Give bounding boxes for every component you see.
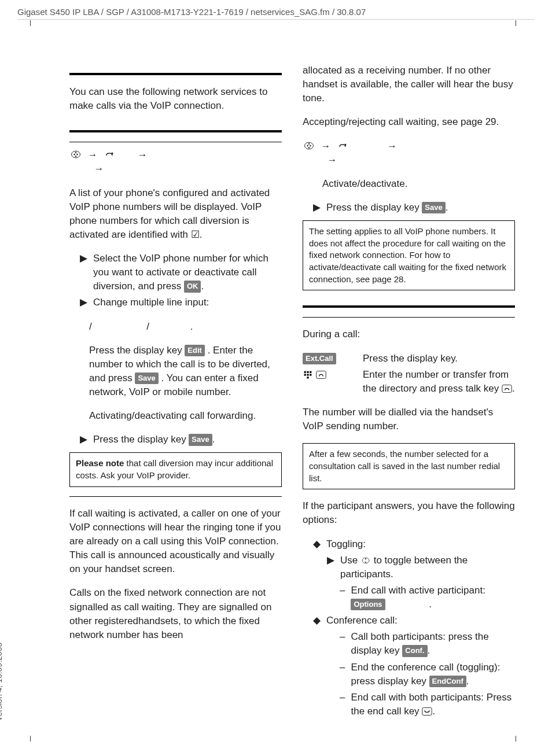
activate-deactivate-text: Activate/deactivate. [303,177,515,191]
left-column: You can use the following network servic… [69,64,282,721]
diamond-bullet-icon: ◆ [313,537,321,551]
configured-numbers-text: A list of your phone's configured and ac… [69,186,282,242]
note-label: Please note [76,458,124,468]
extcall-body: Press the display key. [363,352,458,366]
svg-rect-3 [307,371,308,373]
ok-key: OK [184,281,201,292]
fixed-network-paragraph: Calls on the fixed network connection ar… [69,586,282,642]
svg-rect-8 [307,377,308,378]
end-call-key-icon [422,707,432,716]
intro-text: You can use the following network servic… [69,85,282,113]
toggle-text-1: Use [340,555,360,566]
bullet-arrow-icon: ▶ [313,201,321,215]
svg-rect-6 [307,374,308,375]
page-body: You can use the following network servic… [69,64,515,721]
info-box-2: After a few seconds, the number selected… [303,443,515,489]
dash-bullet-icon: – [340,661,345,674]
nav-key-icon [69,149,82,160]
svg-rect-5 [304,374,306,375]
menu-sequence: → → → [69,148,282,176]
step-select-number: Select the VoIP phone number for which y… [93,253,268,292]
extcall-key: Ext.Call [303,353,336,364]
services-icon [336,140,349,152]
talk-key-icon [502,384,512,393]
bullet-arrow-icon: ▶ [80,433,87,447]
step-change-input: Change multiple line input: [93,296,209,309]
nav-key-icon [303,140,315,152]
info-box-1: The setting applies to all VoIP phone nu… [303,220,515,290]
services-icon [103,149,116,160]
call-waiting-paragraph: If call waiting is activated, a caller o… [69,507,282,577]
menu-sequence-2: → → → [303,139,515,167]
note-box: Please note that call diversion may incu… [69,452,282,486]
svg-rect-2 [304,371,306,373]
bullet-arrow-icon: ▶ [80,296,87,309]
number-dialled-text: The number will be dialled via the hands… [303,405,515,433]
version-text: Version 4, 16.09.2005 [0,643,3,721]
talk-key-icon [316,370,326,379]
dash-bullet-icon: – [340,691,345,705]
end-call-active: End call with active participant: [351,585,485,596]
slash-line: / / . [69,320,282,334]
options-key: Options [351,599,385,610]
bullet-arrow-icon: ▶ [327,554,334,567]
bullet-arrow-icon: ▶ [80,252,87,265]
act-deact-forwarding: Activating/deactivating call forwarding. [69,409,282,423]
dash-bullet-icon: – [340,584,345,598]
enter-number-text: Enter the number or transfer from the di… [363,369,509,394]
save-key: Save [189,434,212,445]
during-a-call: During a call: [303,327,515,341]
document-header: Gigaset S450 IP LBA / SGP / A31008-M1713… [17,7,535,20]
edit-key: Edit [185,345,205,356]
conference-label: Conference call: [326,614,398,628]
right-column: allocated as a receiving number. If no o… [303,64,515,721]
end-conf-text: End the conference call (toggling): pres… [351,662,500,687]
toggling-label: Toggling: [326,537,366,551]
nav-key-icon [360,556,371,565]
keypad-icon [303,370,313,379]
svg-rect-12 [422,707,432,715]
endconf-key: EndConf [429,676,466,687]
conf-key: Conf. [402,645,427,657]
svg-rect-4 [310,371,311,373]
save-key: Save [135,373,158,384]
step-press-save-2: Press the display key [326,202,422,213]
see-page-29: Accepting/rejecting call waiting, see pa… [303,115,515,129]
keypad-handset-icons [303,368,356,382]
step-press-save: Press the display key [93,434,189,445]
save-key: Save [422,202,445,213]
press-edit-text-1: Press the display key [89,345,185,356]
svg-rect-7 [310,374,311,375]
diamond-bullet-icon: ◆ [313,614,321,628]
dash-bullet-icon: – [340,630,345,644]
participant-answers-text: If the participant answers, you have the… [303,499,515,527]
allocated-number-text: allocated as a receiving number. If no o… [303,64,515,105]
